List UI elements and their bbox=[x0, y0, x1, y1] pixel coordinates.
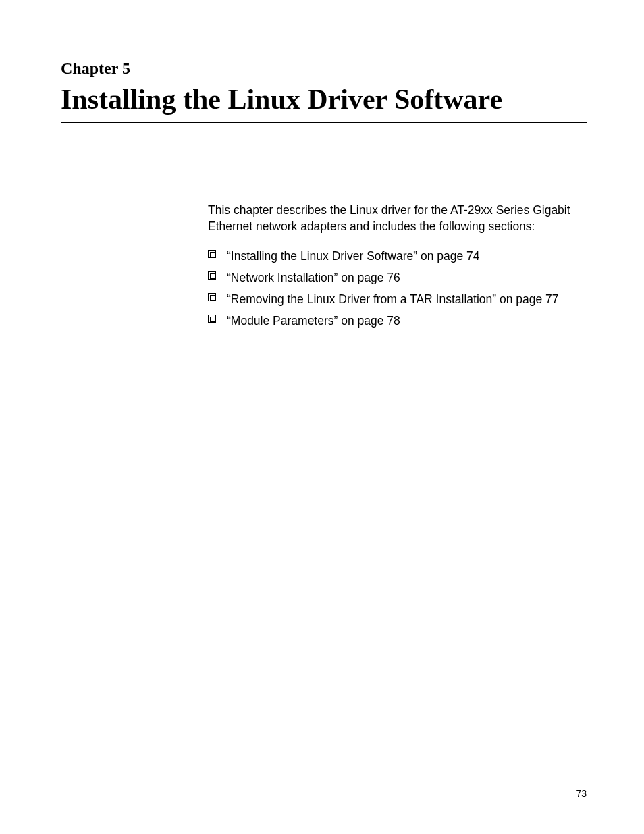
bullet-icon bbox=[208, 271, 216, 280]
page-container: Chapter 5 Installing the Linux Driver So… bbox=[0, 0, 644, 330]
bullet-icon bbox=[208, 315, 216, 323]
section-link-text: “Network Installation” on page 76 bbox=[227, 271, 400, 284]
chapter-label: Chapter 5 bbox=[61, 59, 587, 78]
content-area: This chapter describes the Linux driver … bbox=[61, 203, 587, 330]
list-item: “Network Installation” on page 76 bbox=[208, 268, 587, 287]
page-number: 73 bbox=[576, 788, 587, 799]
list-item: “Removing the Linux Driver from a TAR In… bbox=[208, 290, 587, 309]
chapter-title: Installing the Linux Driver Software bbox=[61, 83, 587, 123]
bullet-icon bbox=[208, 293, 216, 301]
bullet-icon bbox=[208, 250, 216, 258]
section-list: “Installing the Linux Driver Software” o… bbox=[208, 246, 587, 330]
section-link-text: “Removing the Linux Driver from a TAR In… bbox=[227, 292, 559, 306]
intro-paragraph: This chapter describes the Linux driver … bbox=[208, 203, 587, 234]
section-link-text: “Installing the Linux Driver Software” o… bbox=[227, 249, 480, 263]
list-item: “Module Parameters” on page 78 bbox=[208, 311, 587, 330]
list-item: “Installing the Linux Driver Software” o… bbox=[208, 246, 587, 265]
section-link-text: “Module Parameters” on page 78 bbox=[227, 314, 400, 328]
